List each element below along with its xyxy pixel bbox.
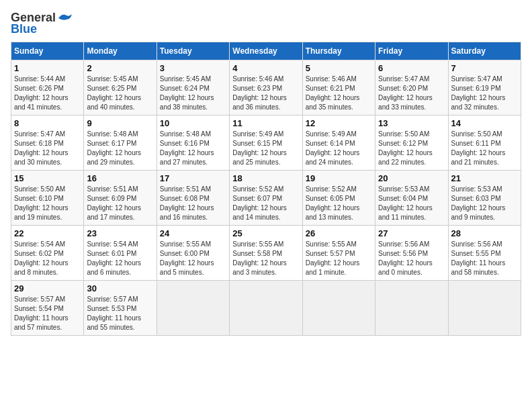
day-info: Sunrise: 5:46 AM Sunset: 6:21 PM Dayligh…	[306, 75, 372, 112]
calendar-cell: 8 Sunrise: 5:47 AM Sunset: 6:18 PM Dayli…	[11, 116, 84, 171]
calendar-cell: 30 Sunrise: 5:57 AM Sunset: 5:53 PM Dayl…	[84, 281, 157, 336]
day-number: 21	[451, 173, 518, 183]
day-info: Sunrise: 5:44 AM Sunset: 6:26 PM Dayligh…	[14, 75, 81, 112]
day-number: 18	[232, 173, 299, 183]
day-info: Sunrise: 5:55 AM Sunset: 6:00 PM Dayligh…	[160, 240, 226, 277]
day-info: Sunrise: 5:56 AM Sunset: 5:56 PM Dayligh…	[378, 240, 445, 277]
day-info: Sunrise: 5:45 AM Sunset: 6:25 PM Dayligh…	[87, 75, 153, 112]
day-info: Sunrise: 5:45 AM Sunset: 6:24 PM Dayligh…	[160, 75, 226, 112]
day-info: Sunrise: 5:53 AM Sunset: 6:04 PM Dayligh…	[378, 185, 445, 222]
day-number: 12	[306, 118, 372, 128]
day-info: Sunrise: 5:48 AM Sunset: 6:16 PM Dayligh…	[160, 130, 226, 167]
weekday-header-saturday: Saturday	[448, 42, 521, 60]
calendar-cell: 1 Sunrise: 5:44 AM Sunset: 6:26 PM Dayli…	[11, 60, 84, 116]
day-info: Sunrise: 5:56 AM Sunset: 5:55 PM Dayligh…	[451, 240, 518, 277]
calendar-cell: 19 Sunrise: 5:52 AM Sunset: 6:05 PM Dayl…	[302, 171, 375, 226]
calendar-cell: 9 Sunrise: 5:48 AM Sunset: 6:17 PM Dayli…	[84, 116, 157, 171]
calendar-cell: 27 Sunrise: 5:56 AM Sunset: 5:56 PM Dayl…	[375, 226, 448, 281]
day-info: Sunrise: 5:51 AM Sunset: 6:09 PM Dayligh…	[87, 185, 153, 222]
weekday-header-thursday: Thursday	[302, 42, 375, 60]
day-number: 3	[160, 63, 226, 73]
day-number: 16	[87, 173, 153, 183]
day-info: Sunrise: 5:47 AM Sunset: 6:20 PM Dayligh…	[378, 75, 445, 112]
day-info: Sunrise: 5:57 AM Sunset: 5:54 PM Dayligh…	[14, 295, 81, 332]
day-number: 29	[14, 283, 81, 293]
day-number: 19	[306, 173, 372, 183]
calendar-week-1: 1 Sunrise: 5:44 AM Sunset: 6:26 PM Dayli…	[11, 60, 521, 116]
weekday-header-monday: Monday	[84, 42, 157, 60]
calendar-cell: 5 Sunrise: 5:46 AM Sunset: 6:21 PM Dayli…	[302, 60, 375, 116]
logo-bird-icon	[57, 13, 72, 24]
day-number: 13	[378, 118, 445, 128]
day-number: 1	[14, 63, 81, 73]
day-number: 2	[87, 63, 153, 73]
calendar-cell: 20 Sunrise: 5:53 AM Sunset: 6:04 PM Dayl…	[375, 171, 448, 226]
logo: General Blue	[11, 11, 72, 36]
calendar-cell: 15 Sunrise: 5:50 AM Sunset: 6:10 PM Dayl…	[11, 171, 84, 226]
calendar-cell: 13 Sunrise: 5:50 AM Sunset: 6:12 PM Dayl…	[375, 116, 448, 171]
calendar-table: SundayMondayTuesdayWednesdayThursdayFrid…	[11, 42, 521, 336]
weekday-header-friday: Friday	[375, 42, 448, 60]
calendar-cell: 10 Sunrise: 5:48 AM Sunset: 6:16 PM Dayl…	[157, 116, 229, 171]
day-number: 23	[87, 228, 153, 238]
day-info: Sunrise: 5:55 AM Sunset: 5:58 PM Dayligh…	[232, 240, 299, 277]
calendar-cell: 28 Sunrise: 5:56 AM Sunset: 5:55 PM Dayl…	[448, 226, 521, 281]
day-info: Sunrise: 5:50 AM Sunset: 6:12 PM Dayligh…	[378, 130, 445, 167]
day-info: Sunrise: 5:47 AM Sunset: 6:18 PM Dayligh…	[14, 130, 81, 167]
day-number: 15	[14, 173, 81, 183]
calendar-cell: 4 Sunrise: 5:46 AM Sunset: 6:23 PM Dayli…	[230, 60, 302, 116]
calendar-cell	[302, 281, 375, 336]
calendar-cell: 3 Sunrise: 5:45 AM Sunset: 6:24 PM Dayli…	[157, 60, 229, 116]
page-header: General Blue	[11, 11, 521, 36]
day-info: Sunrise: 5:52 AM Sunset: 6:07 PM Dayligh…	[232, 185, 299, 222]
calendar-cell: 25 Sunrise: 5:55 AM Sunset: 5:58 PM Dayl…	[230, 226, 302, 281]
day-info: Sunrise: 5:51 AM Sunset: 6:08 PM Dayligh…	[160, 185, 226, 222]
day-number: 10	[160, 118, 226, 128]
day-info: Sunrise: 5:50 AM Sunset: 6:11 PM Dayligh…	[451, 130, 518, 167]
day-number: 9	[87, 118, 153, 128]
day-number: 6	[378, 63, 445, 73]
day-number: 7	[451, 63, 518, 73]
day-number: 30	[87, 283, 153, 293]
day-number: 11	[232, 118, 299, 128]
day-info: Sunrise: 5:53 AM Sunset: 6:03 PM Dayligh…	[451, 185, 518, 222]
day-info: Sunrise: 5:48 AM Sunset: 6:17 PM Dayligh…	[87, 130, 153, 167]
day-info: Sunrise: 5:54 AM Sunset: 6:02 PM Dayligh…	[14, 240, 81, 277]
day-info: Sunrise: 5:55 AM Sunset: 5:57 PM Dayligh…	[306, 240, 372, 277]
day-number: 5	[306, 63, 372, 73]
calendar-cell: 22 Sunrise: 5:54 AM Sunset: 6:02 PM Dayl…	[11, 226, 84, 281]
calendar-cell: 26 Sunrise: 5:55 AM Sunset: 5:57 PM Dayl…	[302, 226, 375, 281]
calendar-cell	[448, 281, 521, 336]
calendar-week-3: 15 Sunrise: 5:50 AM Sunset: 6:10 PM Dayl…	[11, 171, 521, 226]
day-info: Sunrise: 5:57 AM Sunset: 5:53 PM Dayligh…	[87, 295, 153, 332]
calendar-cell: 6 Sunrise: 5:47 AM Sunset: 6:20 PM Dayli…	[375, 60, 448, 116]
calendar-cell: 7 Sunrise: 5:47 AM Sunset: 6:19 PM Dayli…	[448, 60, 521, 116]
day-number: 4	[232, 63, 299, 73]
weekday-header-wednesday: Wednesday	[230, 42, 302, 60]
day-number: 22	[14, 228, 81, 238]
calendar-cell	[375, 281, 448, 336]
calendar-week-4: 22 Sunrise: 5:54 AM Sunset: 6:02 PM Dayl…	[11, 226, 521, 281]
day-number: 8	[14, 118, 81, 128]
day-number: 20	[378, 173, 445, 183]
day-number: 25	[232, 228, 299, 238]
calendar-cell: 12 Sunrise: 5:49 AM Sunset: 6:14 PM Dayl…	[302, 116, 375, 171]
calendar-cell: 21 Sunrise: 5:53 AM Sunset: 6:03 PM Dayl…	[448, 171, 521, 226]
calendar-week-5: 29 Sunrise: 5:57 AM Sunset: 5:54 PM Dayl…	[11, 281, 521, 336]
day-info: Sunrise: 5:54 AM Sunset: 6:01 PM Dayligh…	[87, 240, 153, 277]
calendar-cell: 2 Sunrise: 5:45 AM Sunset: 6:25 PM Dayli…	[84, 60, 157, 116]
day-number: 24	[160, 228, 226, 238]
day-info: Sunrise: 5:49 AM Sunset: 6:14 PM Dayligh…	[306, 130, 372, 167]
day-number: 14	[451, 118, 518, 128]
day-info: Sunrise: 5:47 AM Sunset: 6:19 PM Dayligh…	[451, 75, 518, 112]
day-number: 28	[451, 228, 518, 238]
day-number: 17	[160, 173, 226, 183]
calendar-cell	[230, 281, 302, 336]
day-info: Sunrise: 5:46 AM Sunset: 6:23 PM Dayligh…	[232, 75, 299, 112]
calendar-cell: 23 Sunrise: 5:54 AM Sunset: 6:01 PM Dayl…	[84, 226, 157, 281]
calendar-cell: 24 Sunrise: 5:55 AM Sunset: 6:00 PM Dayl…	[157, 226, 229, 281]
calendar-cell: 14 Sunrise: 5:50 AM Sunset: 6:11 PM Dayl…	[448, 116, 521, 171]
calendar-cell: 29 Sunrise: 5:57 AM Sunset: 5:54 PM Dayl…	[11, 281, 84, 336]
day-info: Sunrise: 5:52 AM Sunset: 6:05 PM Dayligh…	[306, 185, 372, 222]
calendar-cell: 16 Sunrise: 5:51 AM Sunset: 6:09 PM Dayl…	[84, 171, 157, 226]
